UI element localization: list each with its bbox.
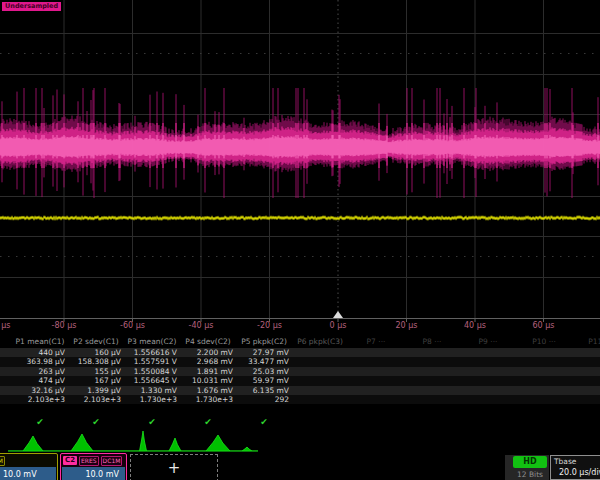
adc-bits-label: 12 Bits — [505, 470, 555, 479]
c2-vdiv-field[interactable]: 10.0 mV — [62, 467, 125, 480]
channel-c1-descriptor[interactable]: C1 DC1M 10.0 mV — [0, 453, 58, 480]
plus-icon: + — [168, 459, 181, 477]
c2-eres-chip: ERES — [79, 456, 99, 466]
hd-mode-badge[interactable]: HD — [513, 456, 547, 468]
histicon-trace — [8, 431, 258, 451]
oscilloscope-screen: Undersampled -100 µs-80 µs-60 µs-40 µs-2… — [0, 0, 600, 480]
c2-coupling-chip: DC1M — [101, 456, 123, 466]
c1-coupling-chip: DC1M — [0, 456, 5, 466]
c2-tab[interactable]: C2 — [63, 456, 77, 465]
timebase-value: 20.0 µs/div — [559, 468, 600, 477]
channel-c2-descriptor[interactable]: C2 ERES DC1M 10.0 mV — [60, 453, 127, 480]
c1-vdiv-field[interactable]: 10.0 mV — [0, 467, 56, 480]
timebase-descriptor[interactable]: Tbase 20.0 µs/div — [550, 455, 600, 480]
timebase-title: Tbase — [554, 457, 576, 466]
measurement-histogram — [0, 0, 600, 480]
add-trace-button[interactable]: + — [130, 454, 218, 480]
